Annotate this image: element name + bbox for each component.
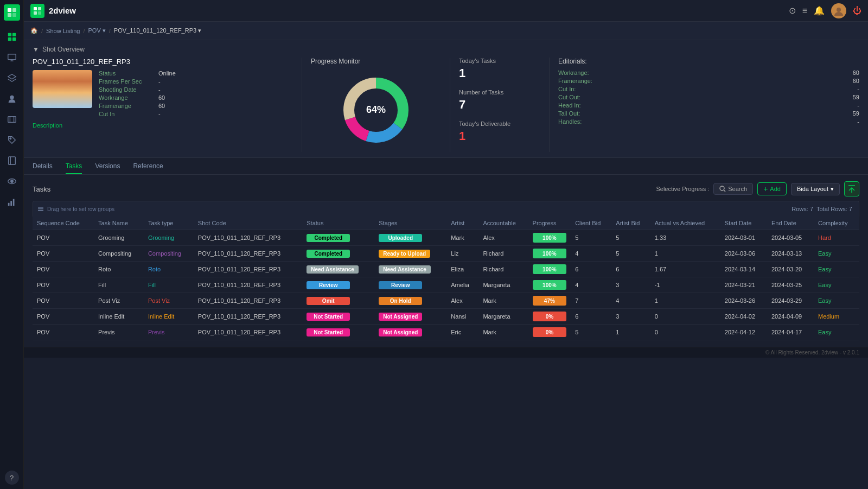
- cell-complexity: Easy: [814, 325, 859, 340]
- tab-tasks[interactable]: Tasks: [66, 162, 82, 174]
- topbar-menu-icon[interactable]: ≡: [802, 6, 807, 16]
- cell-shot-code: POV_110_011_120_REF_RP3: [194, 277, 302, 293]
- tab-details[interactable]: Details: [33, 162, 53, 174]
- cell-start-date: 2024-03-21: [720, 277, 767, 293]
- col-header-seq: Sequence Code: [33, 217, 94, 230]
- search-button[interactable]: Search: [713, 183, 753, 195]
- cell-status: Need Assistance: [302, 262, 374, 277]
- cell-end-date: 2024-04-17: [767, 325, 814, 340]
- cell-seq: POV: [33, 277, 94, 293]
- bida-layout-button[interactable]: Bida Layout ▾: [791, 183, 840, 195]
- cell-actual: -1: [650, 277, 720, 293]
- cell-client-bid: 4: [571, 277, 611, 293]
- tab-versions[interactable]: Versions: [95, 162, 120, 174]
- svg-line-35: [724, 190, 726, 192]
- number-of-tasks-value: 7: [459, 98, 540, 112]
- col-header-artist-bid: Artist Bid: [611, 217, 650, 230]
- cell-task-type: Roto: [144, 262, 194, 277]
- table-row[interactable]: POV Roto Roto POV_110_011_120_REF_RP3 Ne…: [33, 262, 859, 277]
- shot-overview-panel: ▼ Shot Overview POV_110_011_120_REF_RP3 …: [24, 40, 868, 158]
- sidebar-item-eye[interactable]: [3, 173, 21, 190]
- cell-status: Not Started: [302, 309, 374, 325]
- sidebar-item-grid[interactable]: [3, 28, 21, 46]
- sidebar-item-book[interactable]: [3, 152, 21, 169]
- cell-seq: POV: [33, 262, 94, 277]
- breadcrumb: 🏠 / Show Listing / POV ▾ / POV_110_011_1…: [24, 22, 868, 40]
- cell-accountable: Richard: [478, 246, 528, 262]
- table-row[interactable]: POV Post Viz Post Viz POV_110_011_120_RE…: [33, 293, 859, 309]
- sidebar-item-help[interactable]: ?: [5, 471, 19, 485]
- svg-rect-40: [38, 210, 43, 211]
- sidebar-item-chart[interactable]: [3, 193, 21, 211]
- sidebar-item-layers[interactable]: [3, 69, 21, 87]
- tasks-toolbar: Selective Progress : Search + Add Bida L…: [656, 181, 859, 196]
- sidebar-item-tag[interactable]: [3, 131, 21, 149]
- cell-seq: POV: [33, 293, 94, 309]
- topbar-circle-icon[interactable]: ⊙: [789, 5, 796, 16]
- cell-progress: 47%: [528, 293, 571, 309]
- svg-rect-7: [12, 37, 15, 41]
- shooting-date-label: Shooting Date: [99, 86, 158, 93]
- app-icon: [30, 4, 44, 18]
- todays-tasks-panel: Today's Tasks 1 Number of Tasks 7 Today'…: [459, 58, 540, 152]
- breadcrumb-pov[interactable]: POV ▾: [88, 27, 106, 34]
- export-button[interactable]: [844, 181, 859, 196]
- table-row[interactable]: POV Previs Previs POV_110_011_120_REF_RP…: [33, 325, 859, 340]
- topbar-bell-icon[interactable]: 🔔: [814, 5, 825, 16]
- cell-artist-bid: 4: [611, 293, 650, 309]
- svg-rect-4: [8, 33, 11, 36]
- col-header-actual: Actual vs Achieved: [650, 217, 720, 230]
- svg-rect-24: [34, 7, 37, 10]
- cell-shot-code: POV_110_011_120_REF_RP3: [194, 246, 302, 262]
- cell-start-date: 2024-03-06: [720, 246, 767, 262]
- col-header-shot-code: Shot Code: [194, 217, 302, 230]
- cell-actual: 0: [650, 325, 720, 340]
- cell-accountable: Richard: [478, 262, 528, 277]
- breadcrumb-current: POV_110_011_120_REF_RP3 ▾: [114, 27, 201, 34]
- user-avatar[interactable]: [831, 3, 846, 18]
- svg-rect-38: [38, 207, 43, 208]
- add-button[interactable]: + Add: [757, 182, 787, 195]
- sidebar-item-monitor[interactable]: [3, 49, 21, 66]
- cell-complexity: Medium: [814, 309, 859, 325]
- cell-artist: Mark: [446, 230, 478, 246]
- shot-info-panel: POV_110_011_120_REF_RP3 StatusOnline Fra…: [33, 58, 293, 152]
- table-row[interactable]: POV Compositing Compositing POV_110_011_…: [33, 246, 859, 262]
- cell-actual: 1.33: [650, 230, 720, 246]
- cell-seq: POV: [33, 230, 94, 246]
- description-link[interactable]: Description: [33, 122, 62, 129]
- app-logo[interactable]: [4, 4, 20, 21]
- shot-name: POV_110_011_120_REF_RP3: [33, 58, 293, 66]
- cell-client-bid: 6: [571, 309, 611, 325]
- tasks-section-title: Tasks: [33, 185, 50, 193]
- svg-rect-20: [8, 203, 9, 206]
- breadcrumb-show-listing[interactable]: Show Listing: [46, 28, 80, 34]
- cell-complexity: Easy: [814, 277, 859, 293]
- table-row[interactable]: POV Grooming Grooming POV_110_011_120_RE…: [33, 230, 859, 246]
- cell-seq: POV: [33, 325, 94, 340]
- col-header-start-date: Start Date: [720, 217, 767, 230]
- cell-task-type: Grooming: [144, 230, 194, 246]
- sidebar-item-film[interactable]: [3, 111, 21, 128]
- svg-rect-25: [38, 7, 41, 10]
- bida-layout-label: Bida Layout: [797, 186, 828, 192]
- tab-reference[interactable]: Reference: [133, 162, 163, 174]
- table-row[interactable]: POV Inline Edit Inline Edit POV_110_011_…: [33, 309, 859, 325]
- topbar-power-icon[interactable]: ⏻: [853, 6, 861, 16]
- cell-shot-code: POV_110_011_120_REF_RP3: [194, 262, 302, 277]
- sidebar-item-user[interactable]: [3, 90, 21, 107]
- svg-rect-39: [38, 208, 43, 209]
- cell-status: Omit: [302, 293, 374, 309]
- todays-tasks-value: 1: [459, 66, 540, 80]
- cell-progress: 100%: [528, 277, 571, 293]
- todays-deliverable-label: Today's Deliverable: [459, 120, 540, 127]
- cell-client-bid: 6: [571, 262, 611, 277]
- cell-task-name: Inline Edit: [94, 309, 144, 325]
- cell-artist: Alex: [446, 293, 478, 309]
- cell-task-name: Post Viz: [94, 293, 144, 309]
- table-row[interactable]: POV Fill Fill POV_110_011_120_REF_RP3 Re…: [33, 277, 859, 293]
- cell-artist-bid: 3: [611, 277, 650, 293]
- breadcrumb-home[interactable]: 🏠: [30, 27, 38, 34]
- cell-artist: Eliza: [446, 262, 478, 277]
- shot-overview-header[interactable]: ▼ Shot Overview: [33, 46, 859, 53]
